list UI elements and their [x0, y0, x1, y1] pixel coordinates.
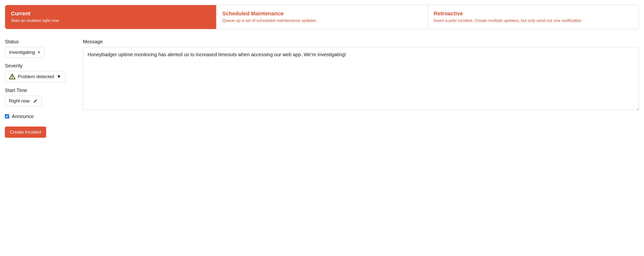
message-textarea[interactable]: [83, 47, 639, 110]
tab-title: Retroactive: [434, 10, 633, 17]
status-label: Status: [5, 39, 73, 44]
tab-title: Current: [11, 10, 210, 17]
pencil-icon: [33, 99, 38, 103]
form-container: Status Investigating ▼ Severity Problem …: [5, 39, 639, 138]
severity-label: Severity: [5, 63, 73, 69]
severity-value: Problem detected: [18, 74, 54, 79]
tab-description: Queue up a set of scheduled maintenance …: [222, 18, 422, 24]
announce-label[interactable]: Announce: [12, 114, 34, 119]
message-column: Message: [83, 39, 639, 112]
warning-triangle-icon: [9, 74, 15, 80]
message-label: Message: [83, 39, 639, 44]
severity-select[interactable]: Problem detected ▼: [5, 71, 66, 82]
incident-type-tabs: Current Start an incident right now Sche…: [5, 5, 639, 29]
tab-current[interactable]: Current Start an incident right now: [5, 5, 216, 29]
caret-down-icon: ▼: [38, 51, 40, 54]
svg-rect-1: [12, 76, 12, 77]
tab-description: Insert a prior incident. Create multiple…: [434, 18, 633, 24]
tab-scheduled-maintenance[interactable]: Scheduled Maintenance Queue up a set of …: [216, 5, 428, 29]
tab-description: Start an incident right now: [11, 18, 210, 24]
create-incident-button[interactable]: Create Incident: [5, 127, 46, 138]
announce-checkbox[interactable]: [5, 114, 9, 119]
status-select[interactable]: Investigating ▼: [5, 47, 45, 58]
caret-down-icon: ▼: [56, 74, 61, 79]
announce-row: Announce: [5, 114, 73, 119]
tab-retroactive[interactable]: Retroactive Insert a prior incident. Cre…: [428, 5, 639, 29]
tab-title: Scheduled Maintenance: [222, 10, 422, 17]
start-time-button[interactable]: Right now: [5, 96, 42, 106]
start-time-label: Start Time: [5, 88, 73, 93]
status-value: Investigating: [9, 50, 35, 55]
start-time-value: Right now: [9, 98, 30, 104]
form-sidebar: Status Investigating ▼ Severity Problem …: [5, 39, 73, 138]
svg-point-0: [12, 78, 13, 78]
